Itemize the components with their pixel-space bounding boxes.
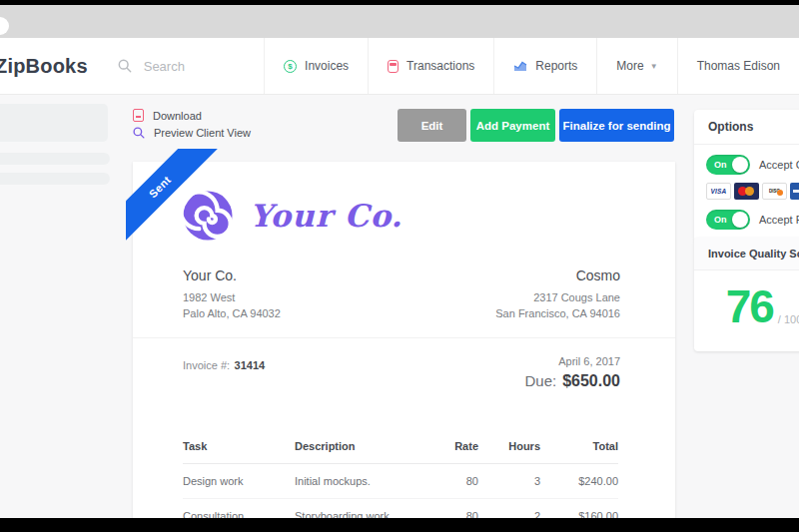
toggle-knob <box>732 212 748 228</box>
nav-item-label: Invoices <box>305 59 349 73</box>
invoice-due: Due:$650.00 <box>524 372 620 390</box>
paypal-toggle[interactable]: On <box>706 210 750 230</box>
sidebar-placeholder-block[interactable] <box>0 104 108 142</box>
preview-label: Preview Client View <box>154 127 251 139</box>
nav-item-more[interactable]: More ▼ <box>596 38 676 94</box>
preview-client-view-link[interactable]: Preview Client View <box>133 127 251 139</box>
nav-item-user[interactable]: Thomas Edison <box>677 38 799 94</box>
chevron-down-icon: ▼ <box>650 62 658 71</box>
invoice-number-value: 31414 <box>235 359 266 371</box>
col-header-description: Description <box>295 440 426 452</box>
preview-magnifier-icon <box>133 127 145 139</box>
toggle-on-label: On <box>714 215 727 225</box>
line-items-table: Task Description Rate Hours Total Design… <box>183 429 618 532</box>
paypal-label: Accept PayPal <box>759 214 799 226</box>
col-header-task: Task <box>183 440 295 452</box>
nav-item-label: Transactions <box>406 59 474 73</box>
from-address-line2: Palo Alto, CA 94032 <box>183 305 281 321</box>
score-value: 76 <box>726 288 773 325</box>
invoice-date: April 6, 2017 <box>524 355 620 367</box>
nav-item-invoices[interactable]: $ Invoices <box>264 38 368 94</box>
mastercard-icon <box>734 183 759 200</box>
accept-credit-cards-row: On Accept Credit Cards <box>706 155 799 175</box>
divider <box>133 337 675 338</box>
nav-item-label: More <box>616 59 643 73</box>
to-address: Cosmo 2317 Cougs Lane San Francisco, CA … <box>495 267 620 321</box>
sidebar-placeholder-item[interactable] <box>0 173 110 185</box>
search-icon <box>118 59 132 73</box>
addresses-section: Your Co. 1982 West Palo Alto, CA 94032 C… <box>183 267 620 321</box>
add-payment-button[interactable]: Add Payment <box>470 109 555 142</box>
nav-item-transactions[interactable]: Transactions <box>368 38 493 94</box>
table-row: Design work Initial mockups. 80 3 $240.0… <box>183 464 618 499</box>
col-header-hours: Hours <box>478 440 540 452</box>
transactions-icon <box>388 60 399 73</box>
to-name: Cosmo <box>495 267 620 283</box>
card-brand-icons: VISA DISC <box>706 183 799 200</box>
col-header-rate: Rate <box>426 440 478 452</box>
cell-task: Design work <box>183 475 295 487</box>
discover-icon: DISC <box>762 183 787 200</box>
invoice-number: Invoice #: 31414 <box>183 355 265 390</box>
options-panel: Options On Accept Credit Cards VISA DISC… <box>694 110 799 242</box>
invoice-preview-card: Sent Your Co. Your Co. 1982 West Palo Al… <box>133 162 675 532</box>
invoices-icon: $ <box>284 60 297 73</box>
zipbooks-logo[interactable]: ZipBooks <box>0 38 88 94</box>
due-amount: $650.00 <box>562 372 620 389</box>
reports-icon <box>513 60 527 72</box>
toggle-knob <box>732 157 748 173</box>
amex-icon <box>790 183 799 200</box>
sidebar-placeholder-item[interactable] <box>0 153 110 165</box>
video-player-strip <box>0 5 799 38</box>
from-address: Your Co. 1982 West Palo Alto, CA 94032 <box>183 267 281 321</box>
edit-button[interactable]: Edit <box>398 109 466 142</box>
finalize-for-sending-button[interactable]: Finalize for sending <box>559 109 674 142</box>
player-progress-dot[interactable] <box>0 17 9 35</box>
user-name-label: Thomas Edison <box>697 59 780 73</box>
options-panel-body: On Accept Credit Cards VISA DISC On Acce… <box>694 145 799 242</box>
score-out-of: / 100 <box>778 313 799 325</box>
due-label: Due: <box>524 372 556 389</box>
bottom-letterbox-bar <box>0 518 799 532</box>
quality-panel-title: Invoice Quality Score <box>694 238 799 270</box>
cell-total: $240.00 <box>540 475 618 487</box>
table-header-row: Task Description Rate Hours Total <box>183 429 618 464</box>
quality-score: 76 / 100 <box>694 270 799 351</box>
pdf-download-icon <box>133 109 144 122</box>
top-navbar: ZipBooks Search $ Invoices Transactions … <box>0 38 799 95</box>
toggle-on-label: On <box>714 160 727 170</box>
credit-cards-toggle[interactable]: On <box>706 155 750 175</box>
cell-hours: 3 <box>478 475 540 487</box>
company-logo: Your Co. <box>180 188 402 244</box>
nav-menu: $ Invoices Transactions Reports More ▼ T… <box>264 38 799 94</box>
nav-item-reports[interactable]: Reports <box>493 38 596 94</box>
to-address-line2: San Francisco, CA 94016 <box>495 305 620 321</box>
from-address-line1: 1982 West <box>183 289 281 305</box>
app-screen: ZipBooks Search $ Invoices Transactions … <box>0 0 799 532</box>
accept-paypal-row: On Accept PayPal <box>706 210 799 230</box>
invoice-date-due: April 6, 2017 Due:$650.00 <box>524 355 620 390</box>
invoice-quality-score-panel: Invoice Quality Score 76 / 100 <box>694 238 799 351</box>
col-header-total: Total <box>540 440 618 452</box>
cell-rate: 80 <box>426 475 478 487</box>
options-panel-title: Options <box>694 110 799 145</box>
to-address-line1: 2317 Cougs Lane <box>495 289 620 305</box>
download-label: Download <box>153 110 202 122</box>
search-input[interactable]: Search <box>118 38 264 94</box>
nav-item-label: Reports <box>535 59 577 73</box>
credit-cards-label: Accept Credit Cards <box>759 159 799 171</box>
visa-icon: VISA <box>706 183 731 200</box>
company-logo-text: Your Co. <box>250 198 402 234</box>
download-link[interactable]: Download <box>133 109 202 122</box>
search-placeholder: Search <box>144 59 185 74</box>
spiral-logo-icon <box>180 188 236 244</box>
invoice-number-label: Invoice #: <box>183 359 230 371</box>
cell-description: Initial mockups. <box>295 475 426 487</box>
invoice-meta-section: Invoice #: 31414 April 6, 2017 Due:$650.… <box>183 355 620 390</box>
from-name: Your Co. <box>183 267 281 283</box>
